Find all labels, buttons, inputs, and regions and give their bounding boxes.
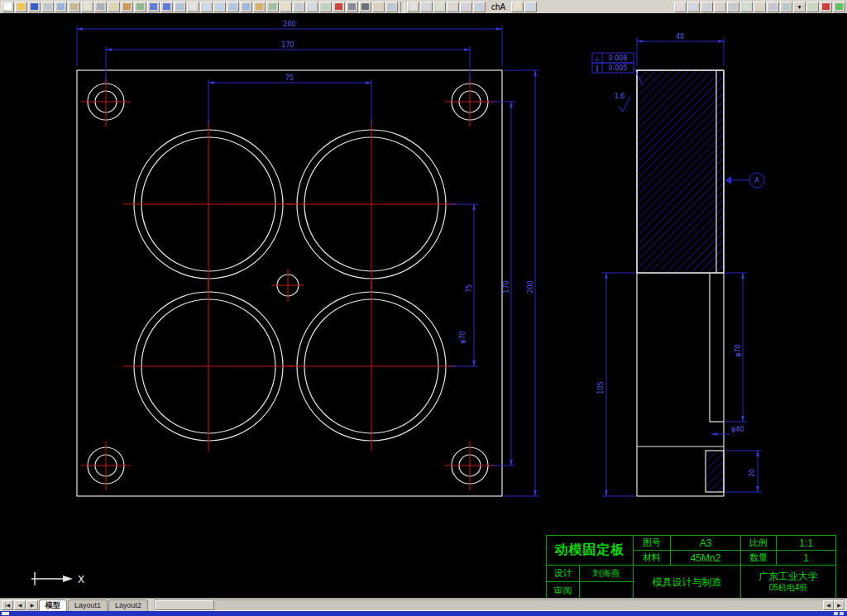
cut-icon[interactable] [94, 2, 107, 12]
application-window: chA ▼ [0, 0, 847, 616]
title-reviewer-label: 审阅 [547, 582, 580, 599]
rectangle-tool-icon[interactable] [460, 2, 472, 12]
tab-model[interactable]: 模型 [39, 599, 67, 611]
redo-icon[interactable] [160, 2, 173, 12]
polyline-tool-icon[interactable] [420, 2, 433, 12]
zoom-realtime-icon[interactable] [200, 2, 213, 12]
annotate-toolbar-group [511, 2, 537, 12]
properties-toolbar-group [820, 2, 845, 12]
title-scale: 1:1 [777, 536, 835, 551]
command-strip [0, 611, 847, 616]
dim-cavity-spacing-v-text: 75 [466, 284, 473, 293]
plot-preview-icon[interactable] [55, 2, 67, 12]
parallelism-value: 0.005 [609, 64, 628, 72]
match-properties-icon[interactable] [134, 2, 146, 12]
toolbar: chA ▼ [0, 0, 847, 13]
layers-icon[interactable] [293, 2, 305, 12]
layer-control-icon[interactable] [306, 2, 318, 12]
dropdown-arrow-icon[interactable]: ▼ [793, 2, 806, 12]
text-tool-icon[interactable] [511, 2, 524, 12]
cad-drawing: 200 170 75 75 170 200 φ70 [0, 13, 847, 598]
hatch-tool-icon[interactable] [473, 2, 486, 12]
offset-icon[interactable] [714, 2, 726, 12]
design-center-icon[interactable] [253, 2, 266, 12]
title-drawing-no: A3 [671, 536, 741, 551]
title-block: 动模固定板 图号 A3 比例 1:1 材料 45Mn2 数量 1 设计 刘海燕 … [546, 535, 836, 599]
front-view [77, 70, 502, 496]
extend-icon[interactable] [806, 2, 819, 12]
dim-cavity-dia-text: φ70 [459, 331, 467, 343]
tab-layout2[interactable]: Layout2 [108, 599, 148, 611]
undo-icon[interactable] [147, 2, 160, 12]
rotate-icon[interactable] [754, 2, 766, 12]
paste-icon[interactable] [121, 2, 133, 12]
dim-width-text: 200 [283, 21, 295, 28]
surface-finish-value: 1.6 [615, 93, 625, 100]
title-class: 05机电4班 [769, 583, 808, 594]
array-icon[interactable] [727, 2, 739, 12]
properties-icon[interactable] [240, 2, 252, 12]
layout-tab-bar: |◀◀▶ 模型 Layout1 Layout2 ◀ ▶ [0, 598, 847, 611]
tab-nav-buttons: |◀◀▶ [2, 600, 38, 610]
dimension-tool-icon[interactable] [524, 2, 537, 12]
layer-state-icon[interactable] [833, 2, 845, 12]
linetype-icon[interactable] [346, 2, 358, 12]
text-style-combo[interactable]: chA [486, 2, 510, 12]
dim-style-icon[interactable] [385, 2, 398, 12]
new-icon[interactable] [2, 2, 14, 12]
modify-toolbar-group: ▼ [674, 2, 819, 12]
object-color-icon[interactable] [820, 2, 832, 12]
help-icon[interactable] [280, 2, 292, 12]
command-strip-handle [2, 612, 9, 615]
color-control-icon[interactable] [333, 2, 345, 12]
title-quantity: 1 [777, 551, 835, 566]
title-quantity-label: 数量 [741, 551, 777, 566]
make-layer-icon[interactable] [319, 2, 332, 12]
dim-lower-height-text: 105 [597, 381, 605, 394]
zoom-previous-icon[interactable] [227, 2, 239, 12]
lineweight-icon[interactable] [359, 2, 371, 12]
line-tool-icon[interactable] [407, 2, 419, 12]
tab-next-button[interactable]: ▶ [26, 600, 38, 610]
move-icon[interactable] [740, 2, 753, 12]
dim-boss-height-text: 20 [749, 469, 756, 477]
ucs-icon: X [31, 572, 84, 585]
open-icon[interactable] [15, 2, 27, 12]
publish-icon[interactable] [68, 2, 80, 12]
erase-icon[interactable] [674, 2, 687, 12]
dim-cavity-spacing-h-text: 75 [285, 74, 294, 82]
copy-icon[interactable] [108, 2, 120, 12]
circle-tool-icon[interactable] [433, 2, 446, 12]
scroll-right-button[interactable]: ▶ [834, 600, 845, 610]
tool-palettes-icon[interactable] [266, 2, 279, 12]
side-view [637, 70, 724, 496]
zoom-window-icon[interactable] [213, 2, 226, 12]
copy-object-icon[interactable] [687, 2, 700, 12]
standard-toolbar-group [2, 2, 398, 12]
scrollbar-thumb[interactable] [155, 600, 214, 610]
perpendicularity-value: 0.008 [609, 55, 628, 62]
tab-first-button[interactable]: |◀ [2, 600, 13, 610]
title-designer-label: 设计 [547, 566, 580, 582]
tab-layout1[interactable]: Layout1 [68, 599, 108, 611]
tab-prev-button[interactable]: ◀ [14, 600, 26, 610]
datum-label: A [754, 177, 759, 184]
command-strip-icons [834, 612, 844, 615]
plot-icon[interactable] [41, 2, 54, 12]
mirror-icon[interactable] [701, 2, 713, 12]
scroll-left-button[interactable]: ◀ [823, 600, 834, 610]
hyperlink-icon[interactable] [174, 2, 186, 12]
save-icon[interactable] [28, 2, 41, 12]
drawing-canvas[interactable]: 200 170 75 75 170 200 φ70 [0, 13, 847, 598]
pan-icon[interactable] [187, 2, 199, 12]
arc-tool-icon[interactable] [447, 2, 459, 12]
spell-icon[interactable] [81, 2, 93, 12]
title-designer: 刘海燕 [580, 566, 634, 582]
dim-hole-spacing-v-text: 170 [503, 280, 510, 293]
scale-icon[interactable] [767, 2, 779, 12]
dim-bore-dia-text: φ70 [735, 344, 742, 356]
horizontal-scrollbar[interactable]: ◀ ▶ [154, 599, 845, 611]
text-style-icon[interactable] [372, 2, 385, 12]
title-material-label: 材料 [634, 551, 671, 566]
trim-icon[interactable] [780, 2, 792, 12]
